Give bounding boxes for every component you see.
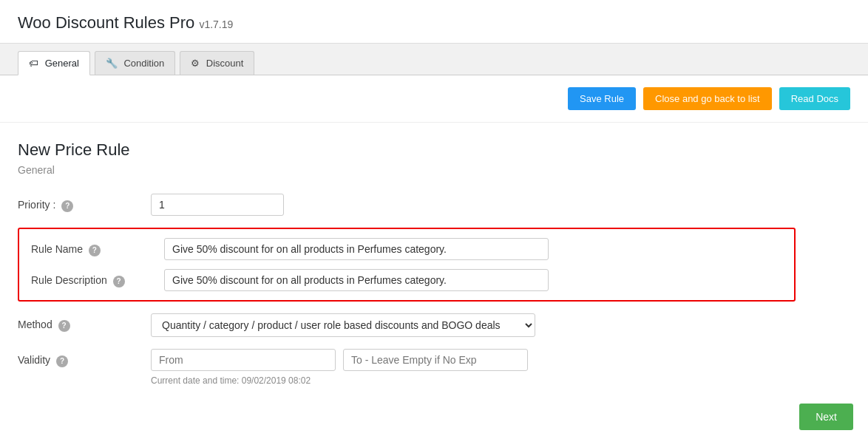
page-title: Woo Discount Rules Pro v1.7.19 (18, 13, 850, 33)
rule-desc-group: Rule Description ? (31, 269, 782, 291)
page-header: Woo Discount Rules Pro v1.7.19 (0, 0, 868, 44)
method-label: Method ? (18, 313, 151, 332)
validity-help-icon[interactable]: ? (56, 355, 68, 367)
app-version: v1.7.19 (199, 18, 233, 30)
validity-label-text: Validity (18, 354, 50, 366)
priority-label: Priority : ? (18, 194, 151, 212)
rule-name-desc-box: Rule Name ? Rule Description ? (18, 228, 796, 302)
tab-condition[interactable]: 🔧 Condition (95, 51, 176, 75)
footer-bar: Next (784, 395, 868, 415)
validity-label: Validity ? (18, 349, 151, 367)
read-docs-button[interactable]: Read Docs (779, 87, 850, 110)
main-content: New Price Rule General Priority : ? Rule… (0, 123, 813, 415)
tab-condition-label: Condition (123, 58, 164, 69)
tab-general[interactable]: 🏷 General (18, 51, 90, 75)
priority-help-icon[interactable]: ? (61, 200, 73, 212)
rule-desc-input[interactable] (164, 269, 549, 291)
rule-desc-help-icon[interactable]: ? (113, 276, 125, 287)
toolbar: Save Rule Close and go back to list Read… (0, 75, 868, 123)
next-button[interactable]: Next (799, 404, 853, 415)
discount-icon: ⚙ (191, 58, 200, 69)
priority-input[interactable] (151, 194, 284, 216)
section-subtitle: General (18, 164, 796, 176)
validity-group: Validity ? Current date and time: 09/02/… (18, 349, 796, 386)
method-help-icon[interactable]: ? (58, 320, 70, 332)
rule-name-group: Rule Name ? (31, 238, 782, 260)
tab-general-label: General (45, 58, 79, 69)
validity-inputs: Current date and time: 09/02/2019 08:02 (151, 349, 528, 386)
condition-icon: 🔧 (106, 58, 118, 69)
tab-discount[interactable]: ⚙ Discount (180, 51, 254, 75)
section-title: New Price Rule (18, 140, 796, 160)
rule-desc-label-text: Rule Description (31, 274, 107, 286)
tab-discount-label: Discount (206, 58, 244, 69)
validity-from-input[interactable] (151, 349, 336, 371)
rule-name-label-text: Rule Name (31, 243, 83, 255)
validity-row (151, 349, 528, 371)
app-title: Woo Discount Rules Pro (18, 13, 194, 32)
current-date-label: Current date and time: 09/02/2019 08:02 (151, 375, 528, 386)
save-rule-button[interactable]: Save Rule (568, 87, 636, 110)
method-label-text: Method (18, 319, 52, 330)
method-group: Method ? Quantity / category / product /… (18, 313, 796, 337)
tag-icon: 🏷 (29, 58, 38, 69)
rule-name-help-icon[interactable]: ? (89, 245, 101, 256)
method-select[interactable]: Quantity / category / product / user rol… (151, 313, 535, 337)
close-back-button[interactable]: Close and go back to list (643, 87, 772, 110)
validity-to-input[interactable] (343, 349, 528, 371)
rule-name-label: Rule Name ? (31, 238, 164, 256)
tabs-bar: 🏷 General 🔧 Condition ⚙ Discount (0, 44, 868, 75)
priority-label-text: Priority : (18, 199, 55, 211)
rule-name-input[interactable] (164, 238, 549, 260)
priority-group: Priority : ? (18, 194, 796, 216)
rule-desc-label: Rule Description ? (31, 269, 164, 287)
